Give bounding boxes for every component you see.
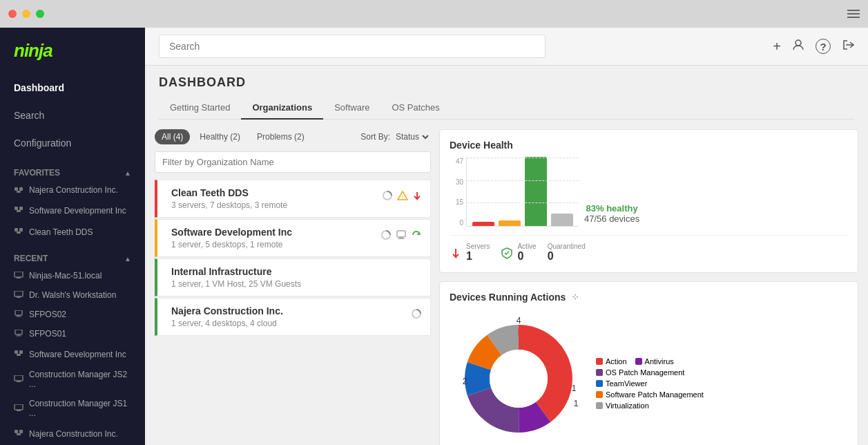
help-button[interactable]: ? (816, 39, 831, 54)
callout-right2: 1 (574, 399, 579, 408)
donut-svg-container: 4 2 1 1 (450, 310, 588, 445)
org-item-clean-teeth[interactable]: Clean Teeth DDS 3 servers, 7 desktops, 3… (155, 180, 431, 218)
action-legend-dot (596, 358, 603, 365)
svg-rect-10 (17, 277, 21, 278)
svg-rect-12 (17, 296, 21, 298)
tab-getting-started[interactable]: Getting Started (159, 97, 241, 120)
legend-os-patch: OS Patch Management (596, 368, 848, 377)
svg-rect-15 (16, 316, 21, 317)
dashboard-body: All (4) Healthy (2) Problems (2) Sort By… (145, 120, 868, 445)
svg-rect-22 (15, 375, 23, 381)
org-name: Najera Construction Inc. (171, 305, 411, 316)
os-patch-legend-dot (596, 369, 603, 376)
top-actions: + ? (773, 39, 854, 55)
callout-top: 4 (517, 316, 521, 325)
sidebar-item-najera-fav[interactable]: Najera Construction Inc. (0, 180, 145, 200)
sidebar-item-construction-js2[interactable]: Construction Manager JS2 ... (0, 365, 145, 394)
favorites-chevron-icon[interactable]: ▲ (124, 169, 131, 177)
svg-rect-19 (15, 350, 18, 354)
org-info: Clean Teeth DDS 3 servers, 7 desktops, 3… (171, 187, 382, 210)
window-maximize-btn[interactable] (36, 10, 44, 18)
sidebar-item-software-dev-fav[interactable]: Software Development Inc (0, 200, 145, 221)
donut-chart-card: Devices Running Actions ⁘ (439, 281, 858, 445)
desktop-icon (396, 229, 407, 240)
sidebar-item-sfpos02[interactable]: SFPOS02 (0, 305, 145, 324)
svg-point-29 (795, 40, 801, 46)
spinner-icon (382, 190, 393, 201)
org-item-software-dev[interactable]: Software Development Inc 1 server, 5 des… (155, 219, 431, 257)
quarantined-value: 0 (548, 250, 586, 263)
org-action-icons (411, 308, 422, 319)
sidebar-item-ninjas-mac[interactable]: Ninjas-Mac-51.local (0, 266, 145, 285)
sort-select[interactable]: Status Name (393, 131, 431, 142)
device-icon (14, 272, 23, 278)
software-patch-legend-dot (596, 391, 603, 398)
sidebar-item-software-dev-recent[interactable]: Software Development Inc (0, 343, 145, 365)
org-panel: All (4) Healthy (2) Problems (2) Sort By… (155, 129, 431, 445)
tab-os-patches[interactable]: OS Patches (380, 97, 450, 120)
window-minimize-btn[interactable] (22, 10, 30, 18)
device-icon (14, 291, 23, 298)
filter-tab-problems[interactable]: Problems (2) (250, 129, 311, 144)
org-item-najera[interactable]: Najera Construction Inc. 1 server, 4 des… (155, 298, 431, 336)
device-icon (14, 404, 23, 411)
logout-button[interactable] (842, 39, 854, 55)
svg-rect-9 (15, 272, 23, 277)
filter-bar: All (4) Healthy (2) Problems (2) Sort By… (155, 129, 431, 144)
org-icon (14, 205, 23, 214)
menu-icon[interactable] (847, 10, 860, 18)
tab-organizations[interactable]: Organizations (241, 97, 323, 120)
refresh-icon (411, 229, 422, 240)
sidebar-item-najera-recent[interactable]: Najera Construction Inc. (0, 423, 145, 444)
svg-rect-27 (19, 430, 23, 433)
svg-rect-6 (15, 228, 18, 231)
sidebar-item-dr-walsh[interactable]: Dr. Walsh's Workstation (0, 285, 145, 305)
down-arrow-stat-icon (450, 247, 462, 259)
add-button[interactable]: + (773, 39, 781, 55)
user-button[interactable] (792, 39, 804, 55)
spinner-icon (411, 308, 422, 319)
shield-icon (501, 247, 513, 259)
svg-rect-1 (19, 187, 23, 191)
org-icon (14, 348, 23, 358)
filter-tab-all[interactable]: All (4) (155, 129, 190, 144)
favorites-section-header: Favorites ▲ (0, 162, 145, 180)
svg-rect-21 (17, 354, 21, 356)
svg-rect-35 (397, 231, 405, 237)
y-axis-labels: 47 30 15 0 (450, 158, 466, 227)
active-quarantined-stat: Active 0 Quarantined 0 (501, 243, 585, 263)
org-info: Najera Construction Inc. 1 server, 4 des… (171, 305, 411, 328)
search-input[interactable] (159, 35, 546, 58)
sidebar-item-configuration[interactable]: Configuration (0, 129, 145, 157)
svg-rect-13 (15, 310, 22, 315)
sidebar-item-dashboard[interactable]: Dashboard (0, 74, 145, 102)
window-close-btn[interactable] (8, 10, 17, 18)
antivirus-legend-dot (635, 358, 642, 365)
org-action-icons: ! (382, 190, 422, 201)
tab-software[interactable]: Software (323, 97, 380, 120)
org-icon (14, 185, 23, 195)
warning-icon: ! (397, 190, 408, 201)
sidebar-item-sfpos01[interactable]: SFPOS01 (0, 324, 145, 343)
spinner-icon (380, 229, 392, 240)
servers-stat: Servers 1 (450, 243, 490, 263)
device-count: 47/56 devices (584, 214, 639, 224)
svg-rect-18 (16, 336, 21, 337)
org-icon (14, 226, 23, 236)
org-item-internal-infra[interactable]: Internal Infrastructure 1 server, 1 VM H… (155, 258, 431, 296)
callout-right1: 1 (572, 384, 577, 393)
org-filter-input[interactable] (155, 151, 431, 173)
sidebar-item-clean-teeth-fav[interactable]: Clean Teeth DDS (0, 221, 145, 243)
svg-rect-8 (17, 231, 21, 234)
legend-teamviewer: TeamViewer (596, 379, 647, 388)
sidebar-nav: Dashboard Search Configuration (0, 74, 145, 157)
svg-rect-23 (17, 381, 21, 382)
sort-by: Sort By: Status Name (360, 131, 431, 142)
org-desc: 1 server, 4 desktops, 4 cloud (171, 319, 411, 328)
sidebar-item-construction-js1[interactable]: Construction Manager JS1 ... (0, 394, 145, 423)
recent-chevron-icon[interactable]: ▲ (124, 255, 131, 263)
filter-tab-healthy[interactable]: Healthy (2) (193, 129, 247, 144)
org-desc: 1 server, 1 VM Host, 25 VM Guests (171, 279, 422, 289)
callout-left: 2 (463, 377, 467, 386)
sidebar-item-search[interactable]: Search (0, 102, 145, 129)
